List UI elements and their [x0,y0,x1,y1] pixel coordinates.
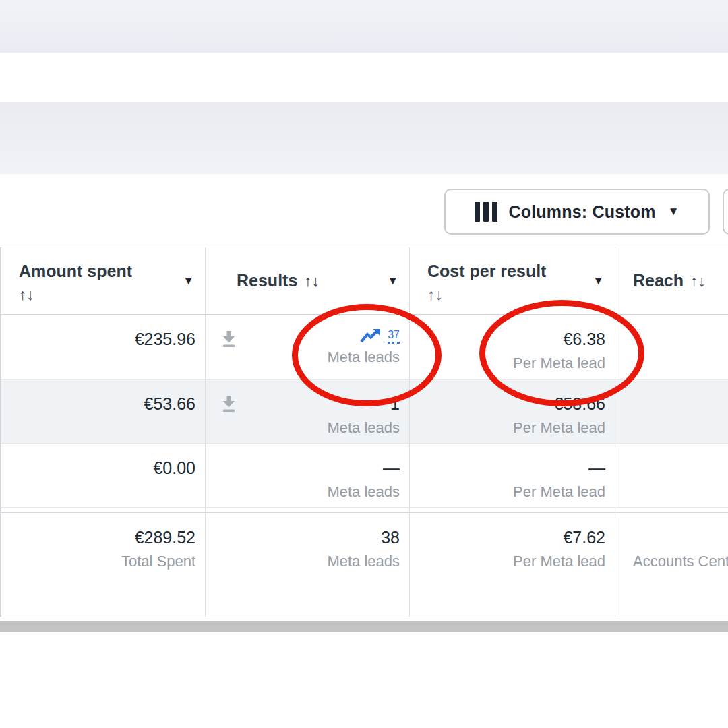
totals-divider [410,508,615,513]
totals-divider [206,508,410,513]
cell-reach [615,444,728,508]
breakdown-button-partial[interactable] [723,189,728,235]
cost-per-result-value: €53.66 [419,393,605,415]
columns-custom-button[interactable]: Columns: Custom ▼ [444,189,710,235]
horizontal-scrollbar-thumb[interactable] [0,621,728,632]
cell-results: — Meta leads [206,444,410,508]
column-header-label: Amount spent [19,260,175,283]
cell-cost-per-result: — Per Meta lead [410,444,615,508]
chevron-down-icon[interactable]: ▼ [183,274,194,288]
totals-results-value: 38 [215,526,400,548]
cost-per-result-value: €6.38 [419,328,605,350]
cell-cost-per-result: €53.66 Per Meta lead [410,380,615,444]
totals-amount-label: Total Spent [11,551,195,572]
column-header-label: Cost per result [427,260,585,283]
totals-amount-spent: €289.52 Total Spent [1,513,206,617]
cell-results: 1 Meta leads [206,380,410,444]
chevron-down-icon[interactable]: ▼ [387,274,398,288]
column-header-label: Results [237,269,297,293]
totals-cost-value: €7.62 [419,526,605,548]
top-band [0,0,728,53]
totals-cost-label: Per Meta lead [419,551,605,572]
column-header-reach[interactable]: Reach ↑↓ [615,247,728,315]
results-type-label: Meta leads [215,418,400,438]
amount-spent-value: €53.66 [11,393,195,415]
totals-amount-value: €289.52 [11,526,195,548]
amount-spent-value: €235.96 [11,328,195,350]
column-header-cost-per-result[interactable]: Cost per result ↑↓ ▼ [410,247,615,315]
column-header-results[interactable]: Results ↑↓ ▼ [206,247,410,315]
download-icon[interactable] [222,330,236,348]
chevron-down-icon: ▼ [668,205,679,218]
totals-results: 38 Meta leads [206,513,410,617]
results-value-link[interactable]: 37 [388,329,400,344]
cost-per-result-label: Per Meta lead [419,418,605,438]
totals-reach-label: Accounts Center accounts [625,551,728,572]
horizontal-scrollbar [0,621,728,632]
column-header-label: Reach [633,269,684,293]
campaign-metrics-table: Amount spent ↑↓ ▼ Results ↑↓ ▼ Cost per … [0,247,728,617]
cell-cost-per-result: €6.38 Per Meta lead [410,315,615,380]
cell-reach [615,315,728,380]
sort-icon[interactable]: ↑↓ [19,283,175,306]
results-value: — [215,457,400,479]
cost-per-result-label: Per Meta lead [419,482,605,502]
cost-per-result-label: Per Meta lead [419,353,605,373]
toolbar-band [0,102,728,174]
results-value: 1 [215,393,400,415]
sort-icon[interactable]: ↑↓ [304,270,320,293]
totals-reach: Accounts Center accounts [615,513,728,617]
sort-icon[interactable]: ↑↓ [427,283,585,306]
cell-reach [615,380,728,444]
cell-amount-spent: €53.66 [1,380,206,444]
totals-divider [1,508,206,513]
column-header-amount-spent[interactable]: Amount spent ↑↓ ▼ [1,247,206,315]
sort-icon[interactable]: ↑↓ [690,270,706,293]
totals-cost-per-result: €7.62 Per Meta lead [410,513,615,617]
amount-spent-value: €0.00 [11,457,195,479]
download-icon[interactable] [222,394,236,413]
cell-results: 37 Meta leads [206,315,410,380]
cost-per-result-value: — [419,457,605,479]
results-type-label: Meta leads [215,482,400,502]
totals-divider [615,508,728,513]
columns-icon [475,202,497,222]
columns-button-label: Columns: Custom [508,202,655,222]
trending-up-icon [360,328,381,344]
chevron-down-icon[interactable]: ▼ [593,274,604,288]
cell-amount-spent: €0.00 [1,444,206,508]
results-type-label: Meta leads [215,347,400,367]
totals-results-label: Meta leads [215,551,400,572]
cell-amount-spent: €235.96 [1,315,206,380]
